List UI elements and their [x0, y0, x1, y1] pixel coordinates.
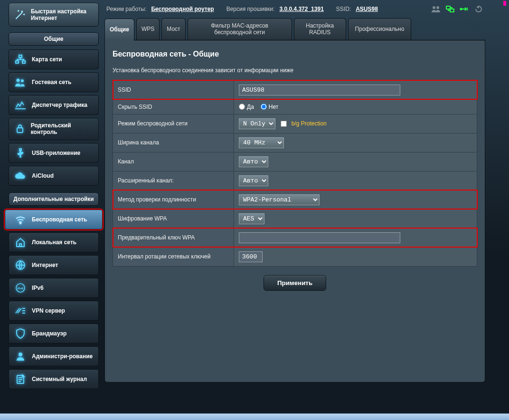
sidebar-item-system-log[interactable]: Системный журнал: [9, 369, 99, 389]
rekey-interval-label: Интервал ротации сетевых ключей: [113, 247, 234, 266]
sidebar-item-label: Гостевая сеть: [32, 79, 71, 86]
wireless-icon: [14, 214, 27, 225]
sidebar-item-aicloud[interactable]: AiCloud: [9, 166, 99, 186]
rekey-interval-input[interactable]: [239, 251, 263, 262]
ssid-input[interactable]: [239, 85, 400, 95]
mode-label: Режим работы:: [106, 6, 146, 12]
channel-width-select[interactable]: 40 MHz: [239, 137, 284, 148]
sidebar-item-usb-application[interactable]: USB-приложение: [9, 143, 99, 163]
svg-rect-16: [450, 9, 454, 12]
network-map-icon: [14, 54, 27, 65]
quick-internet-setup-button[interactable]: Быстрая настройка Интернет: [9, 3, 99, 27]
sidebar-item-guest-network[interactable]: Гостевая сеть: [9, 72, 99, 92]
clients-icon[interactable]: [431, 5, 441, 13]
sidebar-item-administration[interactable]: Администри-рование: [9, 346, 99, 366]
sidebar-item-wireless[interactable]: Беспроводная сеть: [5, 210, 103, 229]
top-status-bar: Режим работы: Беспроводной роутер Версия…: [104, 3, 485, 18]
svg-rect-5: [17, 128, 23, 133]
sidebar-item-label: Системный журнал: [32, 376, 87, 382]
svg-rect-1: [16, 61, 19, 63]
usb-application-icon: [14, 147, 27, 159]
ext-channel-select[interactable]: Авто: [239, 175, 268, 186]
channel-width-label: Ширина канала: [113, 133, 234, 152]
wpa-psk-input[interactable]: [239, 232, 400, 243]
wireless-mode-label: Режим беспроводной сети: [113, 114, 234, 133]
sidebar-item-label: Родительский контроль: [31, 122, 94, 136]
system-log-icon: [14, 373, 27, 385]
vpn-icon: [14, 305, 27, 316]
wpa-psk-label: Предварительный ключ WPA: [113, 228, 234, 247]
bg-protection-checkbox[interactable]: [281, 121, 287, 127]
tab-general[interactable]: Общие: [104, 19, 134, 40]
decorative-marker: [503, 1, 506, 6]
sidebar-item-network-map[interactable]: Карта сети: [9, 49, 99, 69]
administration-icon: [14, 351, 27, 362]
mode-value-link[interactable]: Беспроводной роутер: [151, 6, 214, 12]
sidebar-item-label: VPN сервер: [32, 307, 65, 314]
sidebar-item-wan[interactable]: Интернет: [9, 255, 99, 275]
magic-wand-icon: [14, 9, 26, 21]
usb-status-icon[interactable]: [460, 5, 469, 13]
svg-point-3: [17, 79, 20, 82]
channel-label: Канал: [113, 152, 234, 171]
wireless-mode-select[interactable]: N Only: [239, 118, 275, 129]
ssid-value-link[interactable]: ASUS98: [356, 6, 378, 12]
channel-select[interactable]: Авто: [239, 156, 268, 167]
sidebar-section-general-header: Общие: [9, 32, 99, 46]
tab-mac-filter[interactable]: Фильтр MAC-адресов беспроводной сети: [188, 18, 292, 40]
svg-point-17: [460, 8, 462, 10]
sidebar-item-label: Брандмауэр: [32, 330, 66, 337]
sidebar-item-ipv6[interactable]: IPv6 IPv6: [9, 278, 99, 298]
ssid-row-label: SSID: [113, 80, 234, 99]
bg-protection-label: b/g Protection: [292, 120, 327, 127]
wireless-general-panel: Беспроводная сеть - Общие Установка бесп…: [104, 40, 485, 382]
auth-method-select[interactable]: WPA2-Personal: [239, 194, 320, 205]
auth-method-label: Метод проверки подлинности: [113, 190, 234, 209]
svg-rect-2: [22, 61, 25, 63]
wireless-tabs: Общие WPS Мост Фильтр MAC-адресов беспро…: [104, 18, 485, 40]
sidebar-item-label: Локальная сеть: [32, 239, 76, 246]
aicloud-icon: [14, 170, 27, 181]
sidebar-item-label: Администри-рование: [32, 353, 93, 360]
sidebar-item-lan[interactable]: Локальная сеть: [9, 232, 99, 252]
fw-label: Версия прошивки:: [226, 6, 275, 12]
tab-wps[interactable]: WPS: [136, 18, 160, 40]
sidebar-item-label: USB-приложение: [32, 150, 80, 156]
sidebar-item-traffic-manager[interactable]: Диспетчер трафика: [9, 95, 99, 115]
ipv6-icon: IPv6: [14, 282, 27, 294]
wpa-encryption-select[interactable]: AES: [239, 213, 264, 224]
sidebar-item-label: IPv6: [32, 285, 44, 291]
parental-control-icon: [14, 123, 26, 134]
svg-text:IPv6: IPv6: [18, 287, 24, 290]
svg-point-11: [19, 353, 22, 356]
panel-subtitle: Установка беспроводного соединения завис…: [113, 67, 477, 74]
svg-rect-15: [446, 6, 450, 9]
wan-icon: [14, 259, 27, 271]
sidebar-item-parental-control[interactable]: Родительский контроль: [9, 118, 99, 140]
svg-point-4: [21, 79, 24, 82]
panel-title: Беспроводная сеть - Общие: [113, 50, 477, 58]
fw-value-link[interactable]: 3.0.0.4.372_1391: [279, 6, 323, 12]
quick-internet-setup-label: Быстрая настройка Интернет: [31, 8, 94, 22]
apply-button[interactable]: Применить: [264, 275, 326, 291]
sidebar-item-label: Интернет: [32, 262, 58, 268]
svg-point-6: [19, 156, 21, 158]
tab-bridge[interactable]: Мост: [161, 18, 185, 40]
sidebar-item-firewall[interactable]: Брандмауэр: [9, 324, 99, 344]
sidebar-section-advanced-header: Дополнительные настройки: [9, 192, 99, 206]
svg-point-13: [433, 6, 435, 9]
traffic-manager-icon: [14, 99, 27, 111]
internet-status-icon[interactable]: [445, 5, 455, 13]
reboot-icon[interactable]: [474, 5, 483, 13]
hide-ssid-yes[interactable]: Да: [239, 104, 254, 110]
guest-network-icon: [14, 76, 27, 88]
svg-point-7: [20, 222, 21, 224]
sidebar-item-label: Беспроводная сеть: [32, 216, 87, 223]
hide-ssid-no[interactable]: Нет: [261, 104, 278, 110]
sidebar-item-label: Карта сети: [32, 56, 62, 63]
ssid-label: SSID:: [336, 6, 351, 12]
tab-radius[interactable]: Настройка RADIUS: [294, 18, 346, 40]
tab-professional[interactable]: Профессионально: [348, 18, 412, 40]
sidebar-item-vpn[interactable]: VPN сервер: [9, 301, 99, 321]
lan-icon: [14, 237, 27, 248]
